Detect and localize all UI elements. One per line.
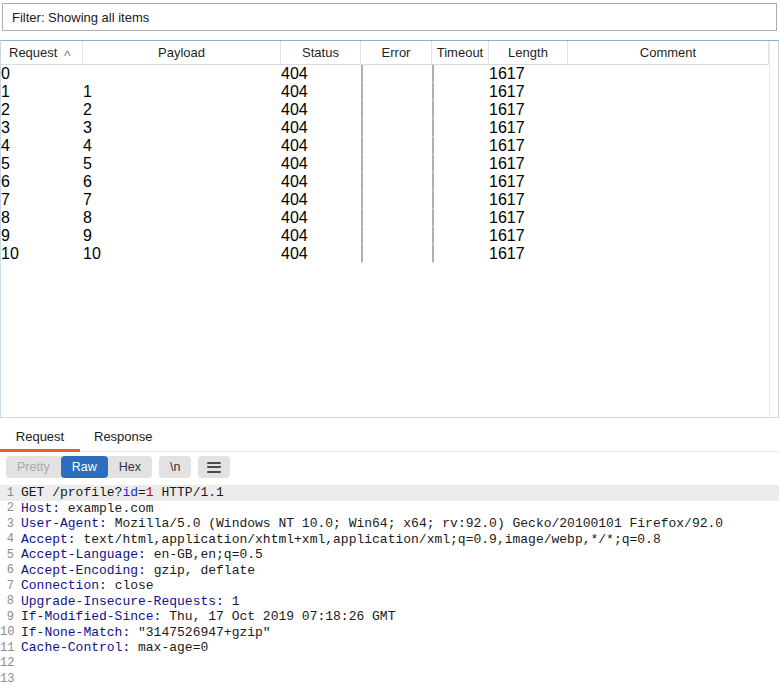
request-cell: 8 <box>1 209 83 227</box>
table-row[interactable]: 884041617 <box>1 209 769 227</box>
request-cell: 9 <box>1 227 83 245</box>
line-number: 1 <box>0 486 17 500</box>
line-content: Connection: close <box>17 578 154 593</box>
payload-cell: 4 <box>83 137 281 155</box>
timeout-checkbox[interactable] <box>432 244 434 263</box>
status-cell: 404 <box>281 155 361 173</box>
tab-request[interactable]: Request <box>0 424 80 452</box>
length-cell: 1617 <box>489 101 568 119</box>
status-cell: 404 <box>281 65 361 83</box>
comment-cell <box>568 191 769 209</box>
timeout-checkbox[interactable] <box>432 190 434 209</box>
editor-line: 1GET /profile?id=1 HTTP/1.1 <box>0 485 779 501</box>
error-checkbox[interactable] <box>361 172 363 191</box>
column-header-timeout[interactable]: Timeout <box>432 41 489 64</box>
status-cell: 404 <box>281 245 361 263</box>
column-header-payload[interactable]: Payload <box>83 41 281 64</box>
payload-cell: 9 <box>83 227 281 245</box>
editor-menu-button[interactable] <box>198 456 230 478</box>
line-number: 8 <box>0 594 17 608</box>
timeout-cell <box>432 65 489 83</box>
table-row[interactable]: 444041617 <box>1 137 769 155</box>
table-row[interactable]: 224041617 <box>1 101 769 119</box>
timeout-cell <box>432 191 489 209</box>
timeout-checkbox[interactable] <box>432 82 434 101</box>
column-header-label: Request <box>9 45 57 60</box>
request-cell: 4 <box>1 137 83 155</box>
length-cell: 1617 <box>489 173 568 191</box>
request-editor[interactable]: 1GET /profile?id=1 HTTP/1.12Host: exampl… <box>0 485 779 690</box>
scrollbar-track-divider <box>769 41 770 417</box>
editor-line: 4Accept: text/html,application/xhtml+xml… <box>0 532 779 548</box>
error-checkbox[interactable] <box>361 190 363 209</box>
column-header-request[interactable]: Request∧ <box>1 41 83 64</box>
status-cell: 404 <box>281 101 361 119</box>
timeout-checkbox[interactable] <box>432 118 434 137</box>
table-row[interactable]: 554041617 <box>1 155 769 173</box>
editor-line: 11Cache-Control: max-age=0 <box>0 640 779 656</box>
timeout-checkbox[interactable] <box>432 226 434 245</box>
table-row[interactable]: 664041617 <box>1 173 769 191</box>
editor-line: 2Host: example.com <box>0 501 779 517</box>
error-cell <box>361 137 432 155</box>
timeout-checkbox[interactable] <box>432 100 434 119</box>
comment-cell <box>568 209 769 227</box>
table-row[interactable]: 774041617 <box>1 191 769 209</box>
error-checkbox[interactable] <box>361 208 363 227</box>
error-checkbox[interactable] <box>361 64 363 83</box>
length-cell: 1617 <box>489 119 568 137</box>
editor-line: 8Upgrade-Insecure-Requests: 1 <box>0 594 779 610</box>
line-content: If-None-Match: "3147526947+gzip" <box>17 625 271 640</box>
editor-line: 3User-Agent: Mozilla/5.0 (Windows NT 10.… <box>0 516 779 532</box>
line-content: GET /profile?id=1 HTTP/1.1 <box>17 485 224 500</box>
column-header-status[interactable]: Status <box>281 41 361 64</box>
raw-view-button[interactable]: Raw <box>61 456 108 478</box>
detail-tab-bar: RequestResponse <box>0 424 779 452</box>
request-cell: 0 <box>1 65 83 83</box>
filter-bar[interactable]: Filter: Showing all items <box>2 3 777 31</box>
error-checkbox[interactable] <box>361 154 363 173</box>
error-checkbox[interactable] <box>361 136 363 155</box>
table-row[interactable]: 10104041617 <box>1 245 769 263</box>
error-cell <box>361 155 432 173</box>
table-row[interactable]: 994041617 <box>1 227 769 245</box>
editor-line: 12 <box>0 656 779 672</box>
column-header-label: Length <box>508 45 548 60</box>
error-checkbox[interactable] <box>361 82 363 101</box>
timeout-checkbox[interactable] <box>432 172 434 191</box>
show-newlines-button[interactable]: \n <box>159 456 191 478</box>
timeout-cell <box>432 209 489 227</box>
view-mode-button-group: PrettyRawHex <box>6 456 152 478</box>
timeout-checkbox[interactable] <box>432 136 434 155</box>
table-row[interactable]: 114041617 <box>1 83 769 101</box>
error-checkbox[interactable] <box>361 226 363 245</box>
timeout-checkbox[interactable] <box>432 64 434 83</box>
column-header-error[interactable]: Error <box>361 41 432 64</box>
error-checkbox[interactable] <box>361 100 363 119</box>
status-cell: 404 <box>281 227 361 245</box>
request-cell: 3 <box>1 119 83 137</box>
column-header-length[interactable]: Length <box>489 41 568 64</box>
timeout-checkbox[interactable] <box>432 154 434 173</box>
hex-view-button[interactable]: Hex <box>108 456 152 478</box>
status-cell: 404 <box>281 191 361 209</box>
line-content: Cache-Control: max-age=0 <box>17 640 208 655</box>
error-checkbox[interactable] <box>361 244 363 263</box>
error-checkbox[interactable] <box>361 118 363 137</box>
payload-cell: 5 <box>83 155 281 173</box>
line-number: 6 <box>0 563 17 577</box>
payload-cell: 10 <box>83 245 281 263</box>
tab-response[interactable]: Response <box>80 424 167 452</box>
line-content: If-Modified-Since: Thu, 17 Oct 2019 07:1… <box>17 609 395 624</box>
filter-bar-text: Filter: Showing all items <box>12 10 149 25</box>
error-cell <box>361 173 432 191</box>
pretty-view-button[interactable]: Pretty <box>6 456 61 478</box>
table-row[interactable]: 04041617 <box>1 65 769 83</box>
column-header-comment[interactable]: Comment <box>568 41 769 64</box>
table-row[interactable]: 334041617 <box>1 119 769 137</box>
hamburger-icon <box>207 471 221 473</box>
payload-cell <box>83 65 281 83</box>
sort-ascending-icon: ∧ <box>62 48 73 58</box>
timeout-checkbox[interactable] <box>432 208 434 227</box>
request-cell: 5 <box>1 155 83 173</box>
